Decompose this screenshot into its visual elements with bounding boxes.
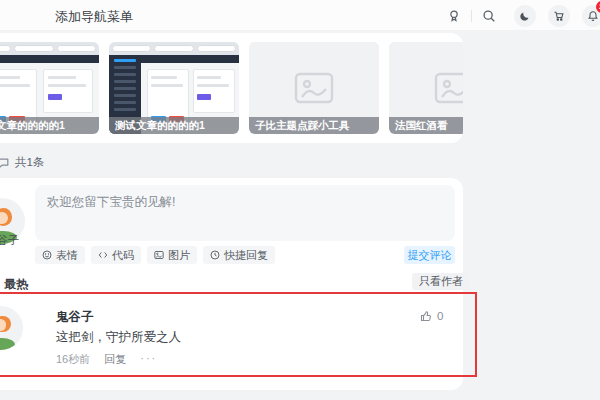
image-button[interactable]: 图片 (147, 246, 197, 264)
like-button[interactable]: 0 (420, 310, 443, 322)
header-actions: 28 (441, 0, 600, 31)
emoji-button[interactable]: 表情 (35, 246, 85, 264)
cart-icon (553, 10, 565, 22)
moon-icon (519, 10, 531, 22)
quick-reply-button[interactable]: 快捷回复 (203, 246, 275, 264)
comment-meta: 16秒前 回复 ··· (56, 352, 157, 367)
post-card[interactable]: 法国红酒看 (389, 42, 463, 134)
post-card-caption: 子比主题点踩小工具 (249, 117, 379, 134)
search-icon[interactable] (482, 9, 496, 23)
cart-button[interactable] (548, 5, 570, 27)
page-title: 添加导航菜单 (55, 8, 133, 26)
comment-toolbar: 表情 代码 图片 快捷回复 (35, 246, 275, 264)
smiley-icon (42, 250, 52, 260)
notification-badge: 28 (596, 1, 600, 13)
post-card-caption: 测试文章的的的的1 (109, 117, 239, 134)
reply-button[interactable]: 回复 (104, 352, 126, 367)
chat-bubble-icon (0, 156, 10, 170)
post-card[interactable]: 测试文章的的的的1 (109, 42, 239, 134)
comment-text: 这把剑，守护所爱之人 (56, 329, 181, 346)
page: 添加导航菜单 28 (0, 0, 600, 400)
header-divider (471, 10, 472, 22)
top-header: 添加导航菜单 28 (0, 0, 600, 31)
comment-count-row: 共1条 (0, 155, 44, 170)
sort-tab-hottest[interactable]: 最热 (4, 276, 28, 293)
image-icon (154, 250, 164, 260)
commenter-name[interactable]: 鬼谷子 (56, 309, 94, 326)
related-posts-panel: 测试文章的的的的1 测试文章的的的的1 (0, 33, 463, 143)
post-card-caption: 法国红酒看 (389, 117, 463, 134)
submit-comment-button[interactable]: 提交评论 (404, 246, 455, 264)
comment-input[interactable] (35, 185, 455, 241)
code-button[interactable]: 代码 (91, 246, 141, 264)
post-card[interactable]: 子比主题点踩小工具 (249, 42, 379, 134)
post-card[interactable]: 测试文章的的的的1 (0, 42, 99, 134)
clock-icon (210, 250, 220, 260)
author-only-button[interactable]: 只看作者 (412, 273, 470, 290)
notifications-button[interactable]: 28 (582, 5, 600, 27)
code-icon (98, 250, 108, 260)
dark-mode-button[interactable] (514, 5, 536, 27)
post-card-caption: 测试文章的的的的1 (0, 117, 99, 134)
medal-icon[interactable] (447, 9, 461, 23)
like-count: 0 (437, 310, 443, 322)
comment-count-label: 共1条 (15, 155, 44, 170)
thumbs-up-icon (420, 310, 432, 322)
more-actions-button[interactable]: ··· (140, 352, 157, 367)
comment-time: 16秒前 (56, 352, 90, 367)
